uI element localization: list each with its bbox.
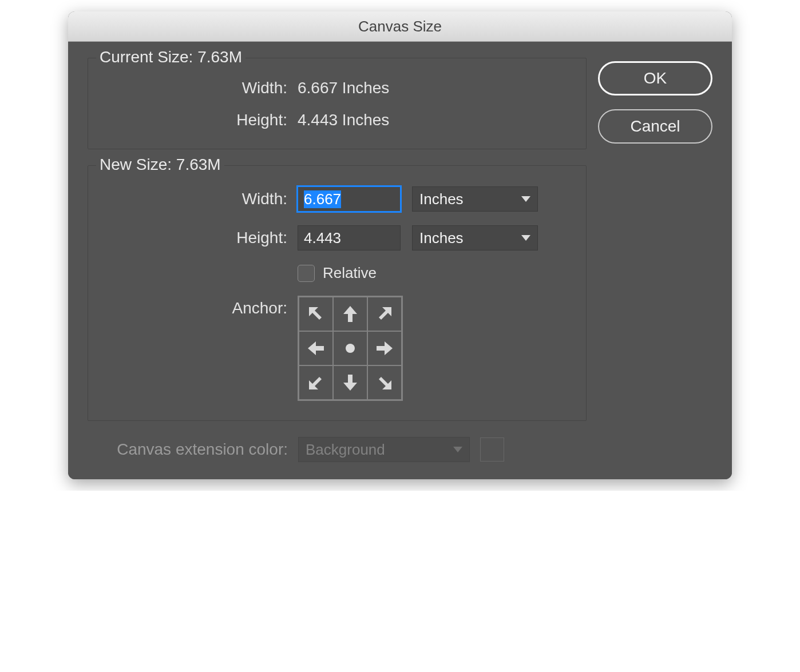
ok-button[interactable]: OK (598, 61, 712, 96)
svg-marker-1 (343, 306, 357, 322)
canvas-size-dialog: Canvas Size Current Size: 7.63M Width: 6… (68, 11, 732, 479)
new-height-label: Height: (104, 229, 298, 247)
arrow-down-right-icon (373, 371, 396, 394)
dialog-title-text: Canvas Size (358, 18, 442, 35)
arrow-right-icon (373, 337, 396, 360)
relative-checkbox[interactable] (298, 265, 315, 282)
new-width-label: Width: (104, 190, 298, 208)
svg-marker-3 (308, 341, 324, 355)
main-column: Current Size: 7.63M Width: 6.667 Inches … (88, 58, 587, 462)
new-height-input[interactable] (298, 225, 401, 250)
svg-marker-0 (309, 307, 322, 320)
chevron-down-icon (453, 447, 462, 452)
anchor-bottom[interactable] (333, 365, 367, 400)
new-height-unit-value: Inches (419, 229, 464, 247)
anchor-bottom-left[interactable] (299, 365, 333, 400)
current-height-value: 4.443 Inches (298, 111, 389, 129)
relative-label: Relative (323, 264, 377, 282)
anchor-top-right[interactable] (367, 297, 402, 331)
svg-marker-5 (309, 377, 322, 389)
new-width-unit-value: Inches (419, 190, 464, 208)
relative-row: Relative (104, 264, 570, 282)
new-height-unit-dropdown[interactable]: Inches (412, 225, 538, 250)
cancel-button[interactable]: Cancel (598, 109, 712, 144)
current-width-row: Width: 6.667 Inches (104, 79, 570, 97)
arrow-up-left-icon (304, 303, 327, 325)
current-width-value: 6.667 Inches (298, 79, 389, 97)
arrow-up-icon (339, 303, 362, 325)
current-width-label: Width: (104, 79, 298, 97)
new-width-input[interactable] (298, 186, 401, 212)
anchor-label: Anchor: (104, 296, 298, 317)
new-size-legend: New Size: 7.63M (96, 156, 224, 174)
anchor-top-left[interactable] (299, 297, 333, 331)
current-size-group: Current Size: 7.63M Width: 6.667 Inches … (88, 58, 587, 149)
dialog-body: Current Size: 7.63M Width: 6.667 Inches … (68, 42, 732, 479)
anchor-bottom-right[interactable] (367, 365, 402, 400)
extension-color-swatch[interactable] (480, 438, 504, 462)
extension-color-dropdown: Background (298, 437, 470, 462)
arrow-down-icon (339, 371, 362, 394)
anchor-center[interactable] (333, 331, 367, 365)
current-height-label: Height: (104, 111, 298, 129)
svg-marker-4 (377, 341, 393, 355)
anchor-row: Anchor: (104, 296, 570, 401)
svg-marker-7 (379, 377, 391, 389)
anchor-top[interactable] (333, 297, 367, 331)
anchor-right[interactable] (367, 331, 402, 365)
new-width-unit-dropdown[interactable]: Inches (412, 186, 538, 212)
dialog-title: Canvas Size (68, 11, 732, 42)
anchor-grid (298, 296, 403, 401)
anchor-left[interactable] (299, 331, 333, 365)
svg-marker-6 (343, 375, 357, 391)
chevron-down-icon (521, 196, 530, 202)
chevron-down-icon (521, 235, 530, 241)
new-height-row: Height: Inches (104, 225, 570, 250)
button-column: OK Cancel (598, 58, 712, 462)
extension-color-value: Background (306, 441, 385, 459)
extension-color-label: Canvas extension color: (88, 440, 288, 459)
svg-marker-2 (379, 307, 391, 320)
arrow-down-left-icon (304, 371, 327, 394)
arrow-left-icon (304, 337, 327, 360)
arrow-up-right-icon (373, 303, 396, 325)
current-size-legend: Current Size: 7.63M (96, 48, 245, 66)
current-height-row: Height: 4.443 Inches (104, 111, 570, 129)
new-width-row: Width: Inches (104, 186, 570, 212)
extension-row: Canvas extension color: Background (88, 437, 587, 462)
anchor-center-dot-icon (346, 344, 355, 353)
new-size-group: New Size: 7.63M Width: Inches Height: In… (88, 165, 587, 421)
